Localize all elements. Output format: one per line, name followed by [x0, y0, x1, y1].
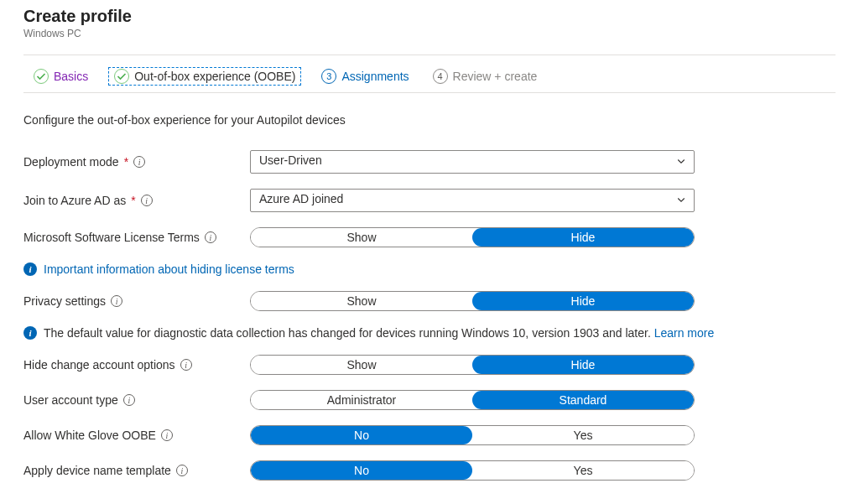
toggle-option-yes[interactable]: Yes: [472, 426, 694, 444]
page-title: Create profile: [23, 7, 836, 26]
label-user-account-type: User account type i: [23, 393, 250, 407]
chevron-down-icon: [676, 194, 686, 207]
label-white-glove: Allow White Glove OOBE i: [23, 429, 250, 442]
tab-review-label: Review + create: [453, 70, 538, 83]
toggle-option-yes[interactable]: Yes: [472, 461, 694, 480]
notice-privacy: i The default value for diagnostic data …: [23, 326, 836, 340]
label-privacy: Privacy settings i: [23, 294, 250, 308]
toggle-option-show[interactable]: Show: [251, 292, 472, 310]
label-text: Microsoft Software License Terms: [23, 231, 200, 244]
tab-review-create[interactable]: 4 Review + create: [430, 67, 541, 86]
label-text: Privacy settings: [23, 294, 106, 308]
check-icon: [34, 69, 49, 84]
label-text: Join to Azure AD as: [23, 194, 126, 207]
required-asterisk: *: [131, 194, 135, 207]
notice-license-terms: i Important information about hiding lic…: [23, 262, 836, 276]
tab-basics[interactable]: Basics: [30, 67, 91, 86]
toggle-option-show[interactable]: Show: [251, 228, 472, 247]
link-license-info[interactable]: Important information about hiding licen…: [44, 262, 294, 276]
label-license-terms: Microsoft Software License Terms i: [23, 231, 250, 244]
divider: [23, 55, 836, 55]
intro-text: Configure the out-of-box experience for …: [23, 113, 836, 127]
toggle-option-show[interactable]: Show: [251, 356, 472, 374]
info-icon[interactable]: i: [180, 359, 192, 371]
link-learn-more[interactable]: Learn more: [654, 326, 715, 340]
step-number-icon: 3: [321, 69, 336, 84]
info-icon[interactable]: i: [133, 156, 145, 168]
wizard-tabs: Basics Out-of-box experience (OOBE) 3 As…: [23, 59, 836, 93]
info-icon[interactable]: i: [141, 195, 153, 206]
toggle-option-administrator[interactable]: Administrator: [251, 391, 472, 409]
row-white-glove: Allow White Glove OOBE i No Yes: [23, 425, 836, 445]
toggle-hide-change-account: Show Hide: [250, 355, 695, 375]
info-filled-icon: i: [23, 262, 37, 276]
label-join-to-aad: Join to Azure AD as * i: [23, 194, 250, 207]
select-join-to-aad[interactable]: Azure AD joined: [250, 189, 695, 212]
select-deployment-mode[interactable]: User-Driven: [250, 150, 695, 174]
info-icon[interactable]: i: [123, 394, 135, 406]
toggle-option-no[interactable]: No: [251, 461, 472, 480]
label-hide-change-account: Hide change account options i: [23, 358, 250, 372]
notice-privacy-text: The default value for diagnostic data co…: [44, 326, 714, 340]
row-privacy: Privacy settings i Show Hide: [23, 291, 836, 311]
label-text: Apply device name template: [23, 464, 171, 477]
info-icon[interactable]: i: [205, 231, 216, 243]
row-user-account-type: User account type i Administrator Standa…: [23, 390, 836, 410]
row-license-terms: Microsoft Software License Terms i Show …: [23, 227, 836, 247]
required-asterisk: *: [124, 155, 128, 169]
row-hide-change-account: Hide change account options i Show Hide: [23, 355, 836, 375]
toggle-option-hide[interactable]: Hide: [472, 356, 694, 374]
toggle-license-terms: Show Hide: [250, 227, 695, 247]
row-deployment-mode: Deployment mode * i User-Driven: [23, 150, 836, 174]
tab-oobe[interactable]: Out-of-box experience (OOBE): [108, 67, 301, 86]
toggle-option-hide[interactable]: Hide: [472, 228, 694, 247]
label-deployment-mode: Deployment mode * i: [23, 155, 250, 169]
toggle-user-account-type: Administrator Standard: [250, 390, 695, 410]
notice-privacy-body: The default value for diagnostic data co…: [44, 326, 654, 340]
tab-assignments-label: Assignments: [341, 70, 409, 83]
label-device-name-template: Apply device name template i: [23, 464, 250, 477]
info-filled-icon: i: [23, 326, 37, 340]
row-join-to-aad: Join to Azure AD as * i Azure AD joined: [23, 189, 836, 212]
check-icon: [114, 69, 129, 84]
row-device-name-template: Apply device name template i No Yes: [23, 460, 836, 481]
info-icon[interactable]: i: [176, 465, 188, 476]
label-text: User account type: [23, 393, 118, 407]
label-text: Allow White Glove OOBE: [23, 429, 156, 442]
toggle-device-name-template: No Yes: [250, 460, 695, 481]
select-value: User-Driven: [250, 150, 695, 174]
info-icon[interactable]: i: [161, 429, 173, 441]
tab-basics-label: Basics: [54, 70, 88, 83]
info-icon[interactable]: i: [111, 295, 122, 307]
toggle-white-glove: No Yes: [250, 425, 695, 445]
page-subtitle: Windows PC: [23, 28, 836, 39]
tab-assignments[interactable]: 3 Assignments: [318, 67, 412, 86]
label-text: Deployment mode: [23, 155, 119, 169]
step-number-icon: 4: [433, 69, 448, 84]
toggle-option-no[interactable]: No: [251, 426, 472, 444]
tab-oobe-label: Out-of-box experience (OOBE): [134, 70, 295, 83]
toggle-privacy: Show Hide: [250, 291, 695, 311]
select-value: Azure AD joined: [250, 189, 695, 212]
chevron-down-icon: [676, 155, 686, 169]
toggle-option-standard[interactable]: Standard: [472, 391, 694, 409]
label-text: Hide change account options: [23, 358, 175, 372]
toggle-option-hide[interactable]: Hide: [472, 292, 694, 310]
